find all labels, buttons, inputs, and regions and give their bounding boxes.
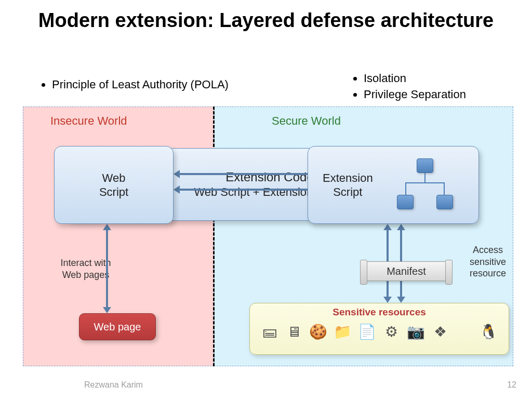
folder-icon: 📁 xyxy=(334,322,352,341)
manifest-label: Manifest xyxy=(387,265,426,277)
web-script-label: Web Script xyxy=(99,171,128,200)
windows-icon: ❖ xyxy=(431,322,449,341)
resource-icon-row: 🖴🖥🍪📁📄⚙📷❖🐧 xyxy=(257,322,501,341)
slide-title: Modern extension: Layered defense archit… xyxy=(0,0,532,36)
web-page-label: Web page xyxy=(94,321,141,333)
bullet-list-left: Principle of Least Authority (POLA) xyxy=(42,77,229,93)
arrow-core-upper xyxy=(179,173,309,175)
interact-label: Interact with Web pages xyxy=(47,257,125,281)
bullet-pola: Principle of Least Authority (POLA) xyxy=(52,77,229,93)
bullet-privsep: Privilege Separation xyxy=(364,87,466,103)
arrow-core-lower xyxy=(179,189,309,191)
hierarchy-tree-icon xyxy=(394,156,456,214)
linux-tux-icon: 🐧 xyxy=(480,322,498,341)
sensitive-title: Sensitive resources xyxy=(257,307,501,318)
cookie-icon: 🍪 xyxy=(309,322,328,341)
harddrive-icon: 🖴 xyxy=(260,322,279,341)
architecture-diagram: Insecure World Secure World Extension Co… xyxy=(23,107,513,366)
file-icon: 📄 xyxy=(358,322,377,341)
extension-script-label: Extension Script xyxy=(323,171,373,200)
globe-monitor-icon: 🖥 xyxy=(285,322,303,341)
bullet-list-right: Isolation Privilege Separation xyxy=(353,71,466,103)
world-divider xyxy=(213,107,215,366)
sensitive-resources-box: Sensitive resources 🖴🖥🍪📁📄⚙📷❖🐧 xyxy=(249,303,509,355)
camera-icon: 📷 xyxy=(406,322,425,341)
footer-page-number: 12 xyxy=(507,380,516,390)
web-script-box: Web Script xyxy=(54,146,174,224)
bullet-isolation: Isolation xyxy=(364,71,466,87)
arrow-webscript-webpage xyxy=(106,229,108,308)
manifest-box: Manifest xyxy=(364,261,449,281)
extension-script-box: Extension Script xyxy=(308,146,479,224)
gear-icon: ⚙ xyxy=(382,322,401,341)
footer-author: Rezwana Karim xyxy=(84,380,143,390)
apple-icon xyxy=(455,322,474,341)
web-page-box: Web page xyxy=(79,313,156,340)
core-title: Extension Code xyxy=(225,169,313,185)
insecure-world-label: Insecure World xyxy=(50,114,127,128)
access-label: Access sensitive resource xyxy=(464,244,511,280)
secure-world-label: Secure World xyxy=(272,114,341,128)
